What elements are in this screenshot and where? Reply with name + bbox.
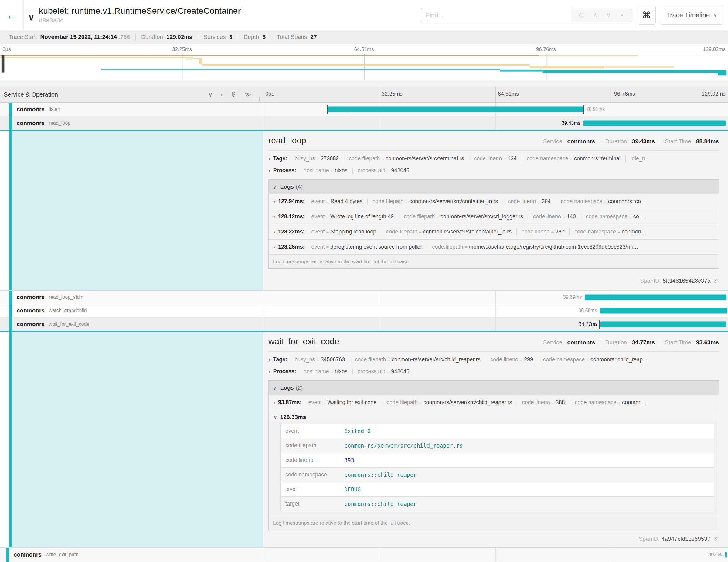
- span-row-timeline[interactable]: 35.58ms: [263, 304, 728, 317]
- span-row[interactable]: conmonrslisten70.91ms: [0, 103, 728, 116]
- equals-sign: =: [321, 400, 327, 405]
- summary-value: 3: [229, 34, 233, 40]
- next-match-icon[interactable]: ∨: [602, 11, 615, 19]
- logs-title: Logs: [280, 384, 294, 391]
- tag-key: busy_ns: [294, 155, 315, 162]
- logs-title: Logs: [280, 183, 294, 190]
- span-row[interactable]: conmonrsread_loop39.43ms: [0, 116, 728, 131]
- span-duration-bar[interactable]: [585, 295, 726, 300]
- tag-key: code.filepath: [387, 399, 418, 405]
- tag-list: event=Waiting for exit codecode.filepath…: [303, 399, 652, 406]
- find-input[interactable]: [420, 8, 572, 22]
- crosshair-icon[interactable]: ◎: [575, 11, 589, 19]
- trace-collapse-toggle[interactable]: ∨: [28, 9, 35, 22]
- tag-key: code.namespace: [543, 356, 585, 363]
- minimap-span-segment: [199, 58, 202, 65]
- log-entry-row[interactable]: ›128.25ms:event=deregistering event sour…: [269, 240, 719, 255]
- span-row[interactable]: conmonrswrite_exit_path303μs: [0, 548, 728, 562]
- span-row[interactable]: conmonrswait_for_exit_code34.77ms: [0, 317, 728, 332]
- log-entry-expanded-header[interactable]: ∨128.33ms: [269, 410, 719, 422]
- span-duration-bar[interactable]: [725, 552, 727, 558]
- top-bar: ← ∨ kubelet: runtime.v1.RuntimeService/C…: [0, 0, 728, 30]
- span-row[interactable]: conmonrsread_loop_stdin39.69ms: [0, 291, 728, 304]
- tag-value: 942045: [391, 368, 409, 374]
- span-row-timeline[interactable]: 70.91ms: [263, 103, 728, 116]
- span-row-name-column[interactable]: conmonrslisten: [0, 103, 263, 116]
- span-row[interactable]: conmonrswatch_grandchild35.58ms: [0, 304, 728, 317]
- log-fields-table: eventExited 0code.filepathconmon-rs/serv…: [280, 424, 714, 511]
- service-name: conmonrs: [17, 294, 45, 301]
- span-duration-label: 39.69ms: [563, 295, 582, 300]
- span-row-name-column[interactable]: conmonrsread_loop: [0, 116, 263, 130]
- span-duration-bar[interactable]: [600, 321, 726, 327]
- detail-divider: [268, 150, 719, 151]
- logs-header[interactable]: ∨Logs(2): [269, 381, 719, 395]
- tag-value: Stopping read loop: [330, 229, 376, 235]
- collapse-all-icon[interactable]: ≫: [231, 91, 237, 98]
- process-row[interactable]: ›Process:host.name=nixosprocess.pid=9420…: [268, 366, 719, 377]
- equals-sign: =: [329, 369, 335, 374]
- span-detail-header: read_loopService: conmonrsDuration: 39.4…: [268, 136, 719, 145]
- span-duration-bar[interactable]: [600, 308, 728, 314]
- tag-value: conmon-rs/server/src/child_reaper.rs: [392, 356, 480, 363]
- log-field-key: code.lineno: [281, 453, 341, 467]
- logs-header[interactable]: ∨Logs(4): [269, 180, 719, 194]
- expand-all-icon[interactable]: ≫: [245, 91, 251, 97]
- log-entry-row[interactable]: ›128.22ms:event=Stopping read loopcode.f…: [269, 224, 719, 240]
- span-row-timeline[interactable]: 39.43ms: [263, 116, 728, 130]
- column-resize-grip[interactable]: ❘❘: [253, 96, 262, 101]
- span-row-name-column[interactable]: conmonrswait_for_exit_code: [0, 317, 263, 331]
- span-row-name-column[interactable]: conmonrswrite_exit_path: [0, 548, 263, 562]
- tag-key: process.pid: [358, 368, 386, 374]
- trace-view-selector[interactable]: Trace Timeline ∨: [660, 6, 723, 25]
- operation-name: read_loop: [49, 121, 70, 126]
- span-detail-header: wait_for_exit_codeService: conmonrsDurat…: [268, 337, 719, 346]
- equals-sign: =: [502, 156, 508, 161]
- tag-item: event=Wrote log line of length 49: [306, 213, 399, 220]
- detail-gutter: [0, 332, 9, 547]
- log-entry-row[interactable]: ›127.94ms:event=Read 4 bytescode.filepat…: [269, 194, 719, 209]
- expand-one-icon[interactable]: ›: [220, 91, 223, 97]
- tag-key: host.name: [304, 368, 329, 374]
- tag-value: Wrote log line of length 49: [330, 213, 394, 220]
- tag-value: 273882: [321, 155, 339, 162]
- minimap-scrubber-handle[interactable]: [2, 55, 5, 73]
- service-name: conmonrs: [17, 321, 45, 328]
- span-row-timeline[interactable]: 39.69ms: [263, 291, 728, 304]
- summary-item: Trace Start November 15 2022, 11:24:14.7…: [3, 34, 136, 40]
- span-duration-bar[interactable]: [583, 120, 726, 126]
- prev-match-icon[interactable]: ∧: [589, 11, 602, 19]
- tags-row[interactable]: ›Tags:busy_ns=273882code.filepath=conmon…: [268, 153, 719, 165]
- span-row-timeline[interactable]: 34.77ms: [263, 317, 728, 331]
- trace-title: kubelet: runtime.v1.RuntimeService/Creat…: [39, 6, 241, 16]
- span-row-timeline[interactable]: 303μs: [263, 548, 728, 562]
- timeline-minimap[interactable]: [0, 54, 728, 80]
- log-field-row: code.lineno393: [281, 453, 714, 468]
- log-entry-row[interactable]: ›128.12ms:event=Wrote log line of length…: [269, 209, 719, 224]
- chevron-right-icon: ›: [274, 244, 275, 250]
- span-color-bar: [6, 548, 9, 562]
- tag-key: code.namespace: [586, 213, 628, 220]
- operation-name: wait_for_exit_code: [49, 322, 89, 327]
- collapse-one-icon[interactable]: ∨: [208, 91, 213, 97]
- span-duration-bar[interactable]: [328, 107, 583, 112]
- tag-item: host.name=nixos: [299, 167, 353, 174]
- process-row[interactable]: ›Process:host.name=nixosprocess.pid=9420…: [268, 165, 719, 176]
- deep-link-icon[interactable]: ∞: [712, 277, 719, 284]
- tag-value: nixos: [335, 368, 348, 374]
- clear-find-icon[interactable]: ×: [615, 11, 629, 19]
- span-row-name-column[interactable]: conmonrsread_loop_stdin: [0, 291, 263, 304]
- minimap-canvas[interactable]: [0, 54, 728, 80]
- back-button[interactable]: ←: [0, 0, 24, 30]
- deep-link-icon[interactable]: ∞: [712, 535, 719, 543]
- span-boundary-tick: [349, 105, 349, 114]
- tags-row[interactable]: ›Tags:busy_ns=34506763code.filepath=conm…: [268, 354, 719, 366]
- equals-sign: =: [325, 214, 330, 219]
- keyboard-shortcuts-button[interactable]: ⌘: [638, 6, 656, 25]
- axis-tick-label: 32.25ms: [382, 91, 403, 97]
- log-entry-row[interactable]: ›93.87ms:event=Waiting for exit codecode…: [269, 395, 719, 410]
- log-field-key: target: [281, 497, 341, 511]
- span-row-name-column[interactable]: conmonrswatch_grandchild: [0, 304, 263, 317]
- log-field-value: 393: [341, 453, 357, 467]
- span-detail-title: read_loop: [268, 136, 306, 145]
